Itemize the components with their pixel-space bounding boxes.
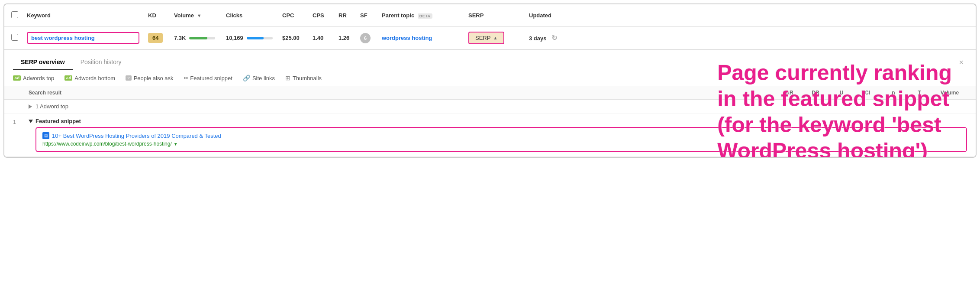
rr-cell: 1.26 [338,35,360,41]
volume-bar-fill [189,37,207,39]
kd-badge: 64 [148,33,163,43]
adword-row: 1 Adword top [4,100,976,114]
clicks-cell: 10,169 [226,35,282,41]
header-keyword: Keyword [27,12,148,19]
tab-serp-overview[interactable]: SERP overview [13,55,73,70]
serp-button[interactable]: SERP ▲ [468,32,504,44]
featured-snippet-link[interactable]: ▤ 10+ Best WordPress Hosting Providers o… [42,132,960,139]
filter-adwords-bottom[interactable]: Ad Adwords bottom [64,75,115,81]
result-position: 1 [13,118,29,125]
header-serp: SERP [468,12,529,19]
featured-snippet-box: ▤ 10+ Best WordPress Hosting Providers o… [35,127,967,152]
results-header-search-result: Search result [29,90,777,96]
results-header: Search result AR DR U Cl n T Volume [4,86,976,100]
header-sf: SF [360,12,382,19]
sf-cell: 6 [360,33,382,43]
header-cpc: CPC [282,12,313,19]
clicks-bar-fill [247,37,264,39]
results-header-cl: Cl [854,90,880,96]
featured-snippet-row: 1 Featured snippet ▤ 10+ Best WordPress … [4,114,976,157]
results-header-n: n [880,90,906,96]
cps-cell: 1.40 [313,35,338,41]
results-header-t: T [906,90,932,96]
refresh-icon[interactable]: ↻ [551,34,557,42]
table-header: Keyword KD Volume ▼ Clicks CPC CPS RR SF… [4,4,976,27]
beta-badge: BETA [418,13,432,19]
clicks-bar [247,37,273,39]
featured-snippet-title-row: Featured snippet [29,118,967,124]
filter-thumbnails[interactable]: ⊞ Thumbnails [285,75,322,81]
volume-sort-arrow: ▼ [197,13,202,18]
header-kd: KD [148,12,174,19]
header-cps: CPS [313,12,338,19]
serp-arrow-icon: ▲ [493,36,497,40]
volume-bar [189,37,215,39]
serp-cell: SERP ▲ [468,32,529,44]
keyword-cell[interactable]: best wordpress hosting [27,32,139,44]
results-header-u: U [828,90,854,96]
serp-panel: SERP overview Position history × Ad Adwo… [4,49,976,157]
thumbnails-icon: ⊞ [285,75,290,81]
adword-collapse-icon [29,104,32,109]
tab-position-history[interactable]: Position history [73,55,129,70]
parent-topic-cell: wordpress hosting [382,35,468,41]
filter-site-links[interactable]: 🔗 Site links [243,75,275,81]
results-header-ar: AR [777,90,803,96]
parent-topic-link[interactable]: wordpress hosting [382,35,432,41]
select-all-checkbox[interactable] [11,11,18,18]
cpc-cell: $25.00 [282,35,313,41]
header-parent-topic: Parent topic BETA [382,12,468,19]
url-dropdown-icon: ▼ [174,142,178,146]
adwords-bottom-icon: Ad [64,75,72,81]
sf-badge: 6 [360,33,371,43]
filter-people-also-ask[interactable]: ? People also ask [126,75,173,81]
volume-cell: 7.3K [174,35,226,41]
row-checkbox[interactable] [11,34,18,41]
result-url: https://www.codeinwp.com/blog/best-wordp… [42,141,960,147]
updated-cell: 3 days ↻ [529,34,572,42]
site-links-icon: 🔗 [243,75,250,81]
page-icon: ▤ [42,132,49,139]
serp-tabs: SERP overview Position history × [4,50,976,70]
filter-adwords-top[interactable]: Ad Adwords top [13,75,54,81]
adword-toggle[interactable]: 1 Adword top [29,103,68,110]
filter-featured-snippet[interactable]: •• Featured snippet [184,75,232,81]
featured-snippet-expand-icon [29,120,33,123]
header-updated: Updated [529,12,572,19]
header-rr: RR [338,12,360,19]
featured-snippet-icon: •• [184,75,188,81]
table-row: best wordpress hosting 64 7.3K 10,169 $2… [4,27,976,49]
header-volume: Volume ▼ [174,12,226,19]
close-serp-panel-button[interactable]: × [955,56,967,69]
filter-bar: Ad Adwords top Ad Adwords bottom ? Peopl… [4,70,976,86]
results-header-dr: DR [803,90,828,96]
header-clicks: Clicks [226,12,282,19]
result-content: Featured snippet ▤ 10+ Best WordPress Ho… [29,118,967,152]
people-also-ask-icon: ? [126,75,132,81]
adwords-top-icon: Ad [13,75,21,81]
results-header-volume: Volume [932,90,967,96]
